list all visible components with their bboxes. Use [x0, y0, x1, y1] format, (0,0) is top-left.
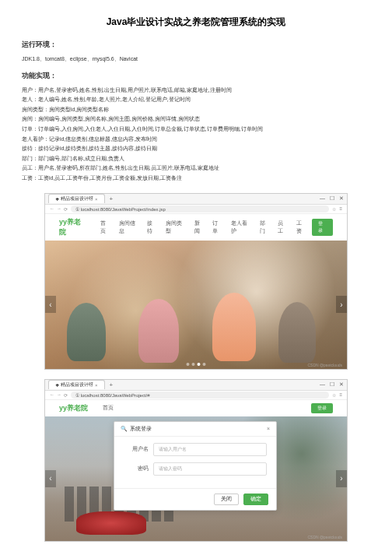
minimize-icon[interactable]: —: [320, 195, 325, 202]
form-row-password: 密码 请输入密码: [124, 462, 267, 476]
password-label: 密码: [124, 465, 149, 472]
nav-salary[interactable]: 工资: [293, 220, 310, 235]
menu-icon[interactable]: ≡: [339, 392, 342, 398]
forward-icon[interactable]: →: [57, 206, 61, 212]
browser-tab-bar: ❖ 精品项目设计呀 × + — ☐ ✕: [45, 194, 347, 205]
confirm-button[interactable]: 确定: [243, 494, 268, 505]
dot[interactable]: [203, 363, 206, 366]
dot-active[interactable]: [198, 363, 201, 366]
feat-line: 员工：用户名,登录密码,所在部门,姓名,性别,出生日期,员工照片,联系电话,家庭…: [22, 163, 370, 174]
feat-line: 订单：订单编号,入住房间,入住老人,入住日期,入住时间,订单总金额,订单状态,订…: [22, 125, 370, 135]
watermark: CSDN @pastclouds: [307, 535, 342, 539]
star-icon[interactable]: ☆: [332, 392, 336, 398]
nav-reception[interactable]: 接待: [144, 220, 160, 235]
page-title: Java毕业设计实战之养老院管理系统的实现: [22, 16, 370, 29]
lock-icon: 🔍: [121, 426, 128, 432]
feat-line: 老人看护：记录id,信息类别,信息标题,信息内容,发布时间: [22, 135, 370, 145]
hero-person: [278, 302, 316, 363]
nav-home[interactable]: 首页: [100, 404, 117, 412]
hero-decor: [76, 511, 146, 535]
feat-line: 接待：接待记录id,接待类别,接待主题,接待内容,接待日期: [22, 144, 370, 154]
tab-title: 精品项目设计呀: [61, 381, 93, 388]
feat-line: 房间：房间编号,房间类型,房间名称,房间主图,房间价格,房间详情,房间状态: [22, 114, 370, 125]
nav-order[interactable]: 订单: [209, 220, 226, 235]
feat-line: 老人：老人编号,姓名,性别,年龄,老人照片,老人介绍,登记用户,登记时间: [22, 95, 370, 105]
tab-title: 精品项目设计呀: [61, 195, 93, 202]
close-button[interactable]: 关闭: [214, 494, 239, 505]
site-logo[interactable]: yy养老院: [59, 403, 88, 413]
feat-line: 部门：部门编号,部门名称,成立日期,负责人: [22, 154, 370, 164]
carousel-next-icon[interactable]: ›: [336, 296, 347, 313]
screenshot-2: ❖ 精品项目设计呀 × + — ☐ ✕ ← → ⟳ ① localhost:80…: [44, 379, 348, 542]
nav-dept[interactable]: 部门: [257, 220, 273, 235]
address-bar: ← → ⟳ ① localhost:8080/JavaWebProject/# …: [45, 391, 347, 400]
modal-close-icon[interactable]: ×: [267, 426, 270, 431]
section-env-heading: 运行环境：: [22, 40, 370, 50]
hero-carousel: ‹ ›: [45, 241, 347, 369]
username-label: 用户名: [124, 446, 149, 453]
login-button[interactable]: 登录: [312, 219, 333, 236]
tab-favicon: ❖: [55, 382, 59, 388]
carousel-prev-icon[interactable]: ‹: [45, 296, 56, 313]
password-input[interactable]: 请输入密码: [153, 462, 267, 476]
dot[interactable]: [192, 363, 195, 366]
tab-favicon: ❖: [55, 196, 59, 202]
nav-room-info[interactable]: 房间信息: [116, 220, 142, 235]
feat-line: 工资：工资id,员工,工资年份,工资月份,工资金额,发放日期,工资备注: [22, 174, 370, 184]
login-modal: 🔍 系统登录 × 用户名 请输入用户名 密码 请输入密码 关闭 确定: [114, 421, 277, 511]
hero-person: [67, 303, 106, 361]
modal-body: 用户名 请输入用户名 密码 请输入密码: [114, 437, 276, 488]
modal-footer: 关闭 确定: [114, 488, 276, 510]
username-input[interactable]: 请输入用户名: [153, 443, 267, 456]
nav-room-type[interactable]: 房间类型: [163, 220, 189, 235]
back-icon[interactable]: ←: [50, 206, 54, 212]
feat-line: 用户：用户名,登录密码,姓名,性别,出生日期,用户照片,联系电话,邮箱,家庭地址…: [22, 86, 370, 96]
close-icon[interactable]: ×: [95, 197, 98, 202]
hero-carousel: ‹ › 🔍 系统登录 × 用户名 请输入用户名 密码 请输入密码 关闭 确定: [45, 416, 347, 541]
address-bar: ← → ⟳ ① localhost:8080/JavaWebProject/in…: [45, 205, 347, 214]
url-input[interactable]: ① localhost:8080/JavaWebProject/#: [71, 392, 329, 399]
watermark: CSDN @pastclouds: [307, 363, 342, 367]
star-icon[interactable]: ☆: [332, 206, 336, 212]
nav-care[interactable]: 老人看护: [228, 220, 254, 235]
browser-tab[interactable]: ❖ 精品项目设计呀 ×: [48, 380, 105, 389]
modal-title: 系统登录: [130, 425, 152, 433]
site-logo[interactable]: yy养老院: [59, 217, 86, 237]
env-text: JDK1.8、tomcat8、eclipse、mysql5.6、Navicat: [22, 54, 370, 65]
reload-icon[interactable]: ⟳: [64, 206, 68, 212]
minimize-icon[interactable]: —: [320, 381, 325, 388]
close-window-icon[interactable]: ✕: [339, 381, 344, 388]
browser-tab-bar: ❖ 精品项目设计呀 × + — ☐ ✕: [45, 380, 347, 391]
close-window-icon[interactable]: ✕: [339, 195, 344, 202]
url-text: ① localhost:8080/JavaWebProject/#: [75, 393, 150, 398]
browser-tab[interactable]: ❖ 精品项目设计呀 ×: [48, 194, 105, 203]
hero-person: [212, 293, 256, 361]
new-tab-button[interactable]: +: [110, 381, 114, 388]
back-icon[interactable]: ←: [50, 392, 54, 398]
maximize-icon[interactable]: ☐: [330, 195, 334, 202]
forward-icon[interactable]: →: [57, 392, 61, 398]
carousel-next-icon[interactable]: ›: [336, 470, 347, 487]
url-input[interactable]: ① localhost:8080/JavaWebProject/index.js…: [71, 205, 329, 213]
site-nav: yy养老院 首页 登录: [45, 400, 347, 416]
maximize-icon[interactable]: ☐: [330, 381, 334, 388]
hero-person: [138, 299, 179, 363]
reload-icon[interactable]: ⟳: [64, 392, 68, 398]
screenshot-1: ❖ 精品项目设计呀 × + — ☐ ✕ ← → ⟳ ① localhost:80…: [44, 193, 348, 370]
nav-home[interactable]: 首页: [97, 220, 114, 235]
dot[interactable]: [187, 363, 190, 366]
form-row-username: 用户名 请输入用户名: [124, 443, 267, 456]
feat-line: 房间类型：房间类型id,房间类型名称: [22, 105, 370, 115]
section-feat-heading: 功能实现：: [22, 71, 370, 81]
menu-icon[interactable]: ≡: [339, 206, 342, 212]
close-icon[interactable]: ×: [95, 383, 98, 388]
modal-header: 🔍 系统登录 ×: [114, 422, 276, 437]
nav-staff[interactable]: 员工: [275, 220, 291, 235]
new-tab-button[interactable]: +: [110, 195, 114, 202]
carousel-dots: [187, 363, 206, 366]
nav-news[interactable]: 新闻: [191, 220, 208, 235]
login-button[interactable]: 登录: [311, 403, 333, 413]
url-text: ① localhost:8080/JavaWebProject/index.js…: [75, 207, 166, 212]
site-nav: yy养老院 首页 房间信息 接待 房间类型 新闻 订单 老人看护 部门 员工 工…: [45, 214, 347, 241]
carousel-prev-icon[interactable]: ‹: [45, 470, 56, 487]
